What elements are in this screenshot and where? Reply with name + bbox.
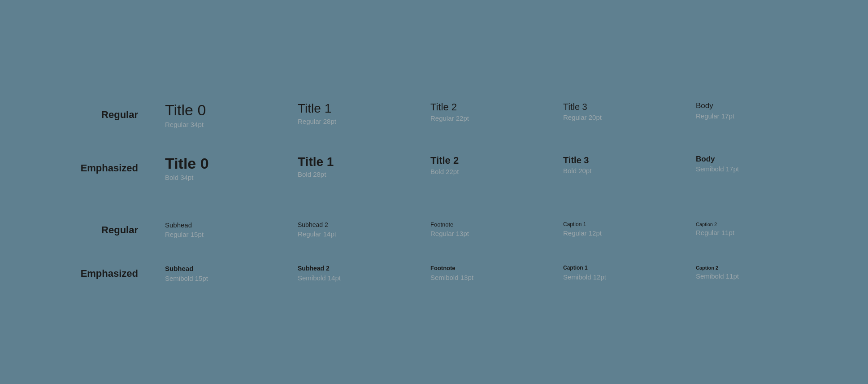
type-name-emphasized-large-0: Title 0 (165, 155, 298, 172)
type-spec-emphasized-large-4: Semibold 17pt (696, 165, 829, 173)
row-regular-large: RegularTitle 0Regular 34ptTitle 1Regular… (39, 88, 829, 141)
type-name-emphasized-small-2: Footnote (430, 265, 563, 271)
type-spec-emphasized-small-1: Semibold 14pt (298, 274, 430, 282)
type-spec-emphasized-small-3: Semibold 12pt (563, 273, 696, 281)
type-name-emphasized-large-3: Title 3 (563, 155, 696, 165)
type-items-regular-large: Title 0Regular 34ptTitle 1Regular 28ptTi… (165, 102, 829, 128)
type-item-emphasized-small-4: Caption 2Semibold 11pt (696, 265, 829, 282)
type-item-regular-large-0: Title 0Regular 34pt (165, 102, 298, 128)
type-spec-emphasized-small-4: Semibold 11pt (696, 272, 829, 280)
type-name-emphasized-large-1: Title 1 (298, 155, 430, 169)
type-items-regular-small: SubheadRegular 15ptSubhead 2Regular 14pt… (165, 222, 829, 239)
type-spec-regular-large-4: Regular 17pt (696, 112, 829, 120)
type-item-regular-small-1: Subhead 2Regular 14pt (298, 222, 430, 239)
type-spec-regular-small-4: Regular 11pt (696, 229, 829, 236)
type-item-emphasized-small-3: Caption 1Semibold 12pt (563, 265, 696, 282)
type-name-regular-small-1: Subhead 2 (298, 222, 430, 228)
type-item-emphasized-large-2: Title 2Bold 22pt (430, 155, 563, 181)
type-spec-regular-large-3: Regular 20pt (563, 113, 696, 121)
type-name-regular-small-4: Caption 2 (696, 222, 829, 227)
row-emphasized-small: EmphasizedSubheadSemibold 15ptSubhead 2S… (39, 252, 829, 296)
row-regular-small: RegularSubheadRegular 15ptSubhead 2Regul… (39, 208, 829, 252)
type-spec-regular-large-2: Regular 22pt (430, 114, 563, 122)
type-spec-emphasized-large-3: Bold 20pt (563, 167, 696, 175)
row-label-regular-small: Regular (39, 224, 165, 236)
type-item-emphasized-large-1: Title 1Bold 28pt (298, 155, 430, 181)
type-item-emphasized-large-0: Title 0Bold 34pt (165, 155, 298, 181)
type-spec-emphasized-large-2: Bold 22pt (430, 168, 563, 175)
type-spec-regular-small-2: Regular 13pt (430, 230, 563, 237)
type-item-emphasized-large-3: Title 3Bold 20pt (563, 155, 696, 181)
type-spec-emphasized-large-0: Bold 34pt (165, 174, 298, 181)
type-item-regular-large-2: Title 2Regular 22pt (430, 102, 563, 128)
row-label-regular-large: Regular (39, 109, 165, 121)
type-name-regular-large-4: Body (696, 102, 829, 110)
type-spec-regular-small-0: Regular 15pt (165, 231, 298, 238)
type-item-emphasized-small-0: SubheadSemibold 15pt (165, 265, 298, 282)
type-item-regular-small-4: Caption 2Regular 11pt (696, 222, 829, 239)
type-name-emphasized-small-4: Caption 2 (696, 265, 829, 271)
type-name-regular-large-0: Title 0 (165, 102, 298, 118)
type-spec-regular-large-1: Regular 28pt (298, 118, 430, 125)
type-name-emphasized-small-3: Caption 1 (563, 265, 696, 271)
type-spec-regular-small-3: Regular 12pt (563, 229, 696, 237)
type-spec-regular-small-1: Regular 14pt (298, 230, 430, 238)
type-items-emphasized-large: Title 0Bold 34ptTitle 1Bold 28ptTitle 2B… (165, 155, 829, 181)
type-name-regular-large-1: Title 1 (298, 102, 430, 116)
type-name-regular-large-2: Title 2 (430, 102, 563, 113)
type-item-emphasized-small-1: Subhead 2Semibold 14pt (298, 265, 430, 282)
type-name-regular-small-2: Footnote (430, 222, 563, 228)
type-name-regular-small-0: Subhead (165, 222, 298, 229)
type-item-regular-small-0: SubheadRegular 15pt (165, 222, 298, 239)
type-spec-regular-large-0: Regular 34pt (165, 121, 298, 128)
row-label-emphasized-large: Emphasized (39, 162, 165, 174)
type-item-regular-large-1: Title 1Regular 28pt (298, 102, 430, 128)
type-name-regular-small-3: Caption 1 (563, 222, 696, 227)
type-items-emphasized-small: SubheadSemibold 15ptSubhead 2Semibold 14… (165, 265, 829, 282)
typography-showcase: RegularTitle 0Regular 34ptTitle 1Regular… (39, 70, 829, 314)
type-name-emphasized-large-2: Title 2 (430, 155, 563, 166)
type-spec-emphasized-small-2: Semibold 13pt (430, 274, 563, 281)
type-name-emphasized-small-0: Subhead (165, 265, 298, 273)
type-name-emphasized-large-4: Body (696, 155, 829, 164)
type-item-regular-small-3: Caption 1Regular 12pt (563, 222, 696, 239)
type-item-regular-large-4: BodyRegular 17pt (696, 102, 829, 128)
type-item-emphasized-large-4: BodySemibold 17pt (696, 155, 829, 181)
row-label-emphasized-small: Emphasized (39, 268, 165, 279)
row-emphasized-large: EmphasizedTitle 0Bold 34ptTitle 1Bold 28… (39, 142, 829, 195)
type-item-regular-small-2: FootnoteRegular 13pt (430, 222, 563, 239)
type-spec-emphasized-small-0: Semibold 15pt (165, 275, 298, 282)
type-item-emphasized-small-2: FootnoteSemibold 13pt (430, 265, 563, 282)
type-spec-emphasized-large-1: Bold 28pt (298, 170, 430, 178)
type-name-regular-large-3: Title 3 (563, 102, 696, 112)
type-item-regular-large-3: Title 3Regular 20pt (563, 102, 696, 128)
type-name-emphasized-small-1: Subhead 2 (298, 265, 430, 272)
